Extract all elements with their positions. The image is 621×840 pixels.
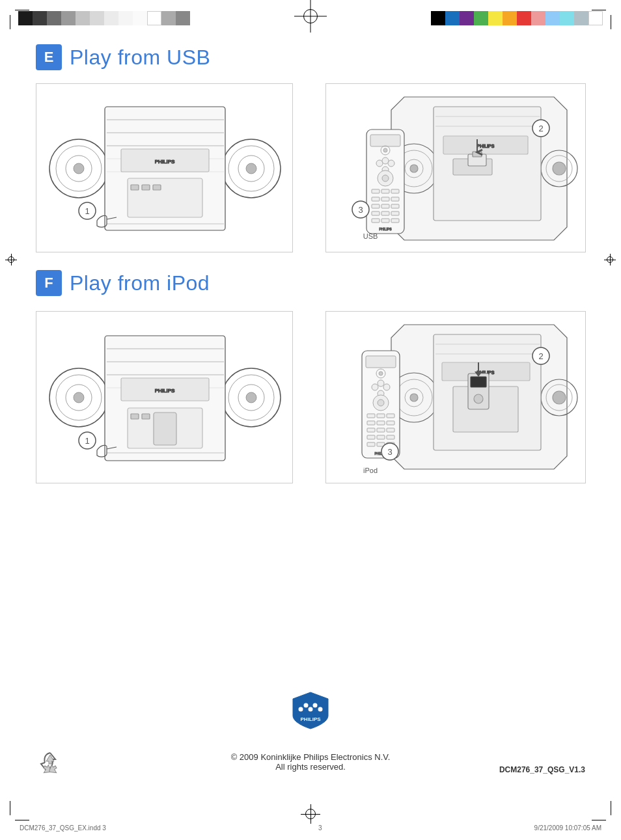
svg-rect-52 [372,189,380,193]
swatch-r1 [431,11,445,25]
stereo-front-svg: PHILIPS 1 [36,84,293,252]
bottom-page-text: 3 [318,824,322,832]
svg-point-99 [553,391,566,404]
side-reg-left-1 [5,254,17,265]
section-f-left-box: PHILIPS 1 [36,311,293,483]
svg-rect-43 [370,135,400,146]
svg-text:PHILIPS: PHILIPS [477,144,495,148]
section-f-label: F [44,275,53,291]
swatch-12 [176,11,190,25]
svg-point-7 [246,163,256,174]
stereo-ipod-svg: PHILIPS 2 [326,312,586,483]
svg-point-48 [382,157,389,164]
color-swatches-left [18,11,190,25]
center-registration [294,0,327,33]
section-f-right-box: PHILIPS 2 [325,311,586,483]
stereo-remote-usb-svg: PHILIPS 2 [326,84,586,252]
svg-text:1: 1 [85,436,89,446]
copyright-line1: © 2009 Koninklijke Philips Electronics N… [231,752,391,762]
svg-point-45 [383,148,387,152]
svg-point-142 [304,703,309,708]
swatch-r6 [503,11,517,25]
top-bar [0,0,621,33]
svg-point-145 [318,707,323,712]
svg-rect-64 [372,219,380,223]
svg-point-77 [246,392,256,403]
section-e-left-box: PHILIPS 1 [36,83,293,252]
svg-point-47 [388,160,394,167]
swatch-1 [18,11,33,25]
svg-point-118 [383,384,390,390]
svg-point-46 [376,160,383,167]
swatch-r11 [574,11,588,25]
svg-point-117 [372,384,378,390]
svg-rect-57 [391,197,399,201]
svg-text:2: 2 [538,351,543,361]
svg-rect-125 [387,414,394,418]
swatch-r9 [545,11,560,25]
swatch-2 [33,11,47,25]
swatch-11 [161,11,176,25]
side-reg-right-1 [604,254,616,265]
svg-point-96 [410,394,418,401]
bottom-right-text: 9/21/2009 10:07:05 AM [534,824,601,832]
swatch-r10 [560,11,574,25]
svg-text:PHILIPS: PHILIPS [155,159,175,165]
svg-point-30 [553,162,566,175]
swatch-r4 [474,11,488,25]
swatch-6 [90,11,104,25]
svg-rect-19 [153,185,161,190]
svg-rect-135 [367,442,375,446]
swatch-r8 [531,11,545,25]
svg-rect-127 [377,421,385,425]
svg-point-116 [379,372,383,375]
section-e-title: Play from USB [70,46,210,70]
svg-rect-134 [387,435,394,439]
svg-rect-56 [381,197,389,201]
svg-point-141 [299,707,303,712]
svg-rect-86 [154,413,176,445]
svg-rect-61 [372,211,380,215]
swatch-7 [104,11,118,25]
swatch-r12 [588,11,603,25]
swatch-r2 [445,11,460,25]
svg-rect-133 [377,435,385,439]
svg-point-143 [309,707,313,712]
svg-point-119 [378,380,384,386]
recycle-icon [36,750,65,781]
svg-text:PHILIPS: PHILIPS [300,716,321,722]
bottom-bar: DCM276_37_QSG_EX.indd 3 3 9/21/2009 10:0… [0,815,621,840]
svg-text:PHILIPS: PHILIPS [379,227,392,231]
doc-number: DCM276_37_QSG_V1.3 [499,763,585,775]
swatch-r7 [517,11,531,25]
svg-point-73 [74,392,84,403]
svg-rect-18 [142,185,150,190]
svg-rect-55 [372,197,380,201]
usb-label: USB [363,232,378,240]
svg-rect-38 [473,152,482,157]
swatch-4 [61,11,76,25]
svg-rect-128 [387,421,394,425]
svg-text:1: 1 [85,206,89,216]
svg-rect-87 [131,414,139,419]
svg-rect-131 [387,428,394,432]
svg-rect-124 [377,414,385,418]
svg-rect-60 [391,204,399,208]
section-e-right-box: PHILIPS 2 [325,83,586,252]
svg-rect-129 [367,428,375,432]
svg-point-27 [410,165,418,172]
section-e-header: E Play from USB [36,44,210,70]
swatch-8 [118,11,133,25]
color-swatches-right [431,11,603,25]
svg-rect-59 [381,204,389,208]
svg-rect-126 [367,421,375,425]
svg-point-106 [474,394,483,403]
footer-copyright: © 2009 Koninklijke Philips Electronics N… [231,752,391,772]
svg-rect-132 [367,435,375,439]
svg-rect-62 [381,211,389,215]
philips-logo: PHILIPS [288,691,333,733]
section-f-header: F Play from iPod [36,270,210,296]
svg-rect-105 [471,377,486,387]
section-f-badge: F [36,270,62,296]
svg-point-122 [378,400,384,406]
